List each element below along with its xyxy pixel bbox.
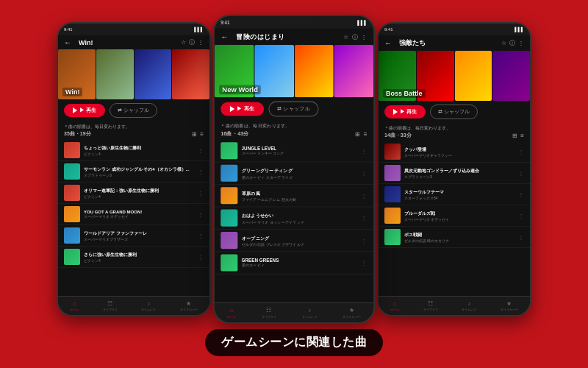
play-icon-3: [393, 109, 398, 115]
track-more-3-5[interactable]: ⋮: [518, 234, 524, 241]
star-icon-2[interactable]: ☆: [343, 33, 348, 40]
shuffle-button-1[interactable]: ⇄ シャッフル: [110, 103, 157, 118]
thumb-1-4: [64, 206, 80, 222]
nav-library-1[interactable]: ☷ ライブラリ: [103, 300, 118, 311]
screen-1: 9:41 ▌▌▌ ← Win! ☆ ⓘ ⋮: [58, 24, 209, 315]
track-item-1-2[interactable]: サーモンラン 成功ジャングル その4（オカシラ様）... スプラトゥーン3 ⋮: [58, 161, 209, 183]
back-icon-1[interactable]: ←: [64, 38, 74, 46]
track-details-1-4: YOU GOT A GRAND MOON! スーパーマリオ オデッセイ: [84, 210, 194, 219]
track-item-3-1[interactable]: クッパ登場 スーパーマリオギャラクシー ⋮: [379, 141, 530, 163]
shuffle-button-2[interactable]: ⇄ シャッフル: [268, 102, 318, 117]
signal-1: ▌▌▌: [194, 27, 204, 32]
star-icon-3[interactable]: ☆: [501, 40, 506, 46]
play-label-1: ▶ 再生: [79, 107, 96, 114]
nav-seamless-label-1: サイムレス: [141, 308, 156, 311]
track-more-1-2[interactable]: ⋮: [198, 169, 204, 175]
nav-discover-2[interactable]: ★ ダイスカバー: [343, 307, 361, 319]
track-item-1-4[interactable]: YOU GOT A GRAND MOON! スーパーマリオ オデッセイ ⋮: [58, 204, 209, 225]
track-item-2-5[interactable]: オープニング ゼルダの伝説 ブレスオブザワイルド ⋮: [215, 230, 373, 252]
nav-home-2[interactable]: ⌂ ホーム: [227, 307, 237, 319]
track-item-1-5[interactable]: ワールドアリア ファンファーレ スーパーマリオブラザーズ ⋮: [58, 225, 209, 247]
track-more-3-4[interactable]: ⋮: [518, 213, 524, 219]
track-more-1-1[interactable]: ⋮: [198, 147, 204, 154]
track-more-2-3[interactable]: ⋮: [361, 192, 367, 199]
track-item-2-4[interactable]: おはようせかい スーパーマリオ ヨッシーアイランド ⋮: [215, 207, 373, 229]
track-item-3-3[interactable]: スターウルフテーマ スターフォックス64 ⋮: [379, 184, 530, 205]
track-item-3-2[interactable]: 異次元動地ゴンドラー／ずり込み連合 スプラトゥーン3 ⋮: [379, 163, 530, 184]
track-name-1-3: オリマー進軍記：強い原生生物に勝利: [84, 188, 194, 194]
nav-home-1[interactable]: ⌂ ホーム: [70, 300, 79, 311]
more-icon-1[interactable]: ⋮: [198, 39, 204, 46]
nav-home-3[interactable]: ⌂ ホーム: [390, 300, 399, 311]
more-icon-3[interactable]: ⋮: [518, 40, 524, 46]
play-label-3: ▶ 再生: [400, 108, 417, 116]
track-count-row-1: 35曲・19分 ⊞ ≡: [64, 130, 204, 138]
track-count-row-2: 16曲・43分 ⊞ ≡: [220, 130, 368, 138]
track-item-1-6[interactable]: さらに強い原生生物に勝利 ピクミン4 ⋮: [58, 247, 209, 268]
nav-seamless-1[interactable]: ♪ サイムレス: [141, 300, 156, 311]
track-more-2-6[interactable]: ⋮: [361, 259, 367, 266]
play-button-1[interactable]: ▶ 再生: [64, 104, 105, 117]
nav-seamless-2[interactable]: ♪ サイムレス: [302, 307, 318, 319]
shuffle-button-3[interactable]: ⇄ シャッフル: [430, 105, 478, 119]
track-more-1-3[interactable]: ⋮: [198, 190, 204, 197]
track-details-2-4: おはようせかい スーパーマリオ ヨッシーアイランド: [242, 212, 357, 224]
track-more-3-2[interactable]: ⋮: [518, 170, 524, 177]
track-details-3-2: 異次元動地ゴンドラー／ずり込み連合 スプラトゥーン3: [404, 168, 514, 179]
track-more-2-2[interactable]: ⋮: [361, 170, 367, 177]
track-game-2-1: スーパードンキーコング: [242, 151, 357, 155]
play-button-3[interactable]: ▶ 再生: [384, 105, 426, 118]
track-more-3-1[interactable]: ⋮: [518, 149, 524, 155]
track-item-2-2[interactable]: グリーングリーティング 星のカービィ スターアライズ ⋮: [215, 163, 373, 185]
track-more-2-4[interactable]: ⋮: [361, 214, 367, 221]
nav-seamless-3[interactable]: ♪ サイムレス: [462, 300, 476, 311]
track-item-3-4[interactable]: ブルーダルズ戦 スーパーマリオ オデッセイ ⋮: [379, 205, 530, 227]
info-icon-3[interactable]: ⓘ: [509, 39, 515, 47]
nav-discover-label-3: ダイスカバー: [501, 308, 518, 311]
grid-icon-3[interactable]: ⊞: [512, 132, 517, 139]
nav-discover-3[interactable]: ★ ダイスカバー: [501, 300, 518, 311]
info-icon-1[interactable]: ⓘ: [189, 38, 195, 46]
grid-icon-2[interactable]: ⊞: [355, 130, 360, 137]
play-button-2[interactable]: ▶ 再生: [220, 102, 264, 116]
track-item-2-6[interactable]: GREEN GREENS 星のカービィ ⋮: [215, 252, 373, 274]
track-item-1-3[interactable]: オリマー進軍記：強い原生生物に勝利 ピクミン4 ⋮: [58, 183, 209, 204]
track-more-2-5[interactable]: ⋮: [361, 237, 367, 244]
nav-library-3[interactable]: ☷ ライブラリ: [423, 300, 438, 311]
header-3: ← 強敵たち ☆ ⓘ ⋮: [379, 35, 530, 51]
track-game-2-5: ゼルダの伝説 ブレスオブザワイルド: [242, 241, 357, 246]
list-icon-1[interactable]: ≡: [200, 131, 204, 138]
track-more-3-3[interactable]: ⋮: [518, 191, 524, 198]
track-item-1-1[interactable]: ちょっと強い原生生物に勝利 ピクミン4 ⋮: [58, 140, 209, 161]
track-item-2-1[interactable]: JUNGLE LEVEL スーパードンキーコング ⋮: [215, 140, 373, 162]
header-icons-3: ☆ ⓘ ⋮: [501, 39, 524, 47]
list-icon-2[interactable]: ≡: [364, 130, 368, 137]
track-more-1-4[interactable]: ⋮: [198, 211, 204, 218]
thumb-1-2: [64, 163, 80, 180]
track-item-2-3[interactable]: 草原の風 ファイアーエムブレム 烈火の剣 ⋮: [215, 185, 373, 207]
track-details-1-1: ちょっと強い原生生物に勝利 ピクミン4: [84, 145, 194, 156]
track-more-2-1[interactable]: ⋮: [361, 147, 367, 154]
art-tile-2d: [334, 45, 373, 97]
track-details-2-3: 草原の風 ファイアーエムブレム 烈火の剣: [242, 190, 357, 202]
track-more-1-6[interactable]: ⋮: [198, 254, 204, 261]
track-name-2-4: おはようせかい: [242, 212, 357, 219]
grid-icon-1[interactable]: ⊞: [192, 131, 197, 138]
art-tile-3d: [492, 51, 530, 101]
library-icon-3: ☷: [428, 300, 433, 307]
back-icon-3[interactable]: ←: [384, 39, 395, 47]
notch-1: [115, 24, 152, 31]
star-icon-1[interactable]: ☆: [181, 39, 186, 46]
list-icon-3[interactable]: ≡: [520, 132, 524, 139]
track-more-1-5[interactable]: ⋮: [198, 233, 204, 239]
track-details-2-2: グリーングリーティング 星のカービィ スターアライズ: [242, 167, 357, 179]
art-tile-3c: [455, 51, 492, 101]
more-icon-2[interactable]: ⋮: [361, 33, 367, 40]
header-icons-1: ☆ ⓘ ⋮: [181, 38, 204, 46]
track-details-2-6: GREEN GREENS 星のカービィ: [242, 258, 357, 268]
track-item-3-5[interactable]: ボス戦闘 ゼルダの伝説 時のオカリナ ⋮: [379, 227, 530, 248]
info-icon-2[interactable]: ⓘ: [352, 32, 358, 41]
nav-library-2[interactable]: ☷ ライブラリ: [262, 307, 277, 319]
nav-discover-1[interactable]: ★ ダイスカバー: [180, 300, 198, 311]
back-icon-2[interactable]: ←: [220, 32, 232, 41]
